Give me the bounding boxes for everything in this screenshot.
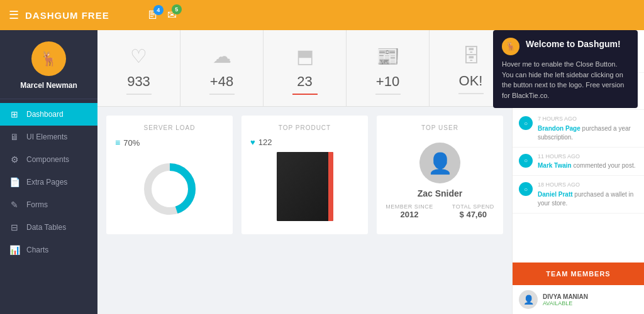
product-likes-count: 122 [258, 138, 272, 147]
sidebar-item-charts[interactable]: 📊 Charts [0, 239, 97, 261]
stat-item-news: 📰 +10 [347, 30, 430, 106]
sidebar-item-data-tables[interactable]: ⊟ Data Tables [0, 216, 97, 239]
sidebar-item-label: Components [26, 155, 69, 164]
heart-icon: ♥ [250, 138, 255, 147]
top-product-title: TOP PRODUCT [279, 124, 331, 131]
stat-divider [375, 94, 401, 95]
server-load-card: SERVER LOAD ≡ 70% [106, 116, 233, 234]
product-image [277, 152, 333, 221]
topnav-icons: 🖹 4 ✉ 5 [147, 8, 177, 22]
dashboard-icon: ⊞ [9, 109, 20, 119]
sidebar: 🦌 Marcel Newman ⊞ Dashboard 🖥 UI Element… [0, 30, 97, 314]
sidebar-item-components[interactable]: ⚙ Components [0, 148, 97, 171]
sidebar-item-ui-elements[interactable]: 🖥 UI Elements [0, 126, 97, 148]
activity-time: 11 HOURS AGO [538, 153, 635, 161]
server-load-icon: ≡ [115, 138, 120, 148]
activity-link[interactable]: Brandon Page [538, 125, 580, 132]
avatar: 🦌 [31, 41, 66, 76]
welcome-tooltip-header: 🦌 Welcome to Dashgum! [502, 38, 629, 55]
sidebar-item-label: Data Tables [26, 223, 66, 232]
pages-icon: 📄 [9, 177, 20, 187]
heart-stat-icon: ♡ [130, 45, 147, 67]
notifications-icon-badge[interactable]: ✉ 5 [167, 8, 177, 22]
top-user-title: TOP USER [421, 124, 458, 131]
messages-icon-badge[interactable]: 🖹 4 [147, 9, 158, 22]
cards-row: SERVER LOAD ≡ 70% TOP PRODUCT ♥ 122 [97, 107, 512, 243]
forms-icon: ✎ [9, 200, 20, 210]
user-stat-member-since: MEMBER SINCE 2012 [386, 203, 433, 219]
bottom-user: 👤 DIVYA MANIAN AVAILABLE [513, 285, 644, 314]
bottom-user-status: AVAILABLE [543, 300, 588, 306]
product-likes: ♥ 122 [250, 138, 272, 147]
brand-title: DASHGUM FREE [25, 10, 109, 21]
stat-divider [209, 94, 235, 95]
sidebar-item-label: Dashboard [26, 110, 64, 119]
user-avatar-icon: 👤 [428, 151, 453, 175]
activity-dot: ○ [519, 154, 533, 168]
activity-time: 18 HOURS AGO [538, 181, 638, 189]
activity-link[interactable]: Daniel Pratt [538, 191, 573, 198]
activity-text: 18 HOURS AGO Daniel Pratt purchased a wa… [538, 181, 638, 208]
sidebar-nav: ⊞ Dashboard 🖥 UI Elements ⚙ Components 📄… [0, 99, 97, 314]
content-area: ♡ 933 ☁ +48 ⬒ 23 📰 +10 🗄 OK! [97, 30, 512, 314]
bottom-user-info: DIVYA MANIAN AVAILABLE [543, 293, 588, 306]
member-since-value: 2012 [386, 210, 433, 219]
user-avatar: 👤 [419, 143, 460, 183]
sidebar-item-label: Charts [26, 246, 48, 254]
user-name: Zac Snider [418, 188, 463, 198]
hamburger-icon[interactable]: ☰ [9, 8, 19, 22]
sidebar-item-extra-pages[interactable]: 📄 Extra Pages [0, 171, 97, 193]
topnav: ☰ DASHGUM FREE 🖹 4 ✉ 5 🦌 Welcome to Dash… [0, 0, 644, 30]
total-spend-value: $ 47,60 [452, 210, 494, 219]
monitor-icon: 🖥 [9, 132, 20, 142]
user-stats: MEMBER SINCE 2012 TOTAL SPEND $ 47,60 [386, 203, 494, 219]
stat-value-db: OK! [459, 73, 483, 89]
charts-icon: 📊 [9, 245, 20, 255]
inbox-stat-icon: ⬒ [296, 45, 314, 67]
activity-time: 7 HOURS AGO [538, 115, 638, 123]
news-stat-icon: 📰 [376, 45, 399, 67]
server-load-title: SERVER LOAD [115, 124, 224, 131]
sidebar-item-forms[interactable]: ✎ Forms [0, 193, 97, 216]
top-product-card: TOP PRODUCT ♥ 122 [242, 116, 368, 234]
welcome-tooltip-title: Welcome to Dashgum! [526, 38, 621, 51]
db-stat-icon: 🗄 [462, 45, 480, 67]
stat-value-inbox: 23 [297, 73, 312, 90]
stat-divider [458, 93, 484, 94]
sidebar-profile: 🦌 Marcel Newman [0, 30, 97, 99]
sidebar-item-dashboard[interactable]: ⊞ Dashboard [0, 103, 97, 126]
messages-badge: 4 [153, 5, 164, 15]
member-since-label: MEMBER SINCE [386, 203, 433, 210]
cloud-stat-icon: ☁ [213, 45, 231, 67]
team-members-button[interactable]: TEAM MEMBERS [513, 263, 644, 285]
server-load-label: ≡ 70% [115, 138, 224, 148]
stat-item-likes: ♡ 933 [97, 30, 180, 106]
activity-text: 11 HOURS AGO Mark Twain commented your p… [538, 153, 635, 171]
user-stat-total-spend: TOTAL SPEND $ 47,60 [452, 203, 494, 219]
stats-row: ♡ 933 ☁ +48 ⬒ 23 📰 +10 🗄 OK! [97, 30, 512, 107]
donut-chart-wrap [115, 153, 224, 225]
stat-item-inbox: ⬒ 23 [264, 30, 347, 106]
total-spend-label: TOTAL SPEND [452, 203, 494, 210]
bottom-user-name: DIVYA MANIAN [543, 293, 588, 300]
topnav-left: ☰ DASHGUM FREE [9, 8, 109, 22]
table-icon: ⊟ [9, 222, 20, 232]
welcome-tooltip-body: Hover me to enable the Close Button. You… [502, 59, 629, 100]
activity-link[interactable]: Mark Twain [538, 162, 572, 169]
activity-dot: ○ [519, 116, 533, 130]
sidebar-item-label: UI Elements [26, 133, 67, 141]
bottom-user-avatar: 👤 [519, 290, 538, 309]
profile-name: Marcel Newman [20, 81, 77, 90]
activity-text: 7 HOURS AGO Brandon Page purchased a yea… [538, 115, 638, 142]
top-user-card: TOP USER 👤 Zac Snider MEMBER SINCE 2012 … [377, 116, 503, 234]
activity-item: ○ 18 HOURS AGO Daniel Pratt purchased a … [513, 176, 644, 214]
stat-divider-red [292, 94, 318, 95]
activity-item: ○ 11 HOURS AGO Mark Twain commented your… [513, 148, 644, 176]
notifications-badge: 5 [172, 4, 182, 14]
deer-icon: 🦌 [502, 38, 519, 55]
stat-value-cloud: +48 [210, 73, 233, 90]
sidebar-item-label: Extra Pages [26, 178, 67, 187]
sidebar-item-label: Forms [26, 200, 48, 209]
welcome-tooltip: 🦌 Welcome to Dashgum! Hover me to enable… [493, 30, 638, 108]
stat-value-news: +10 [376, 73, 399, 90]
